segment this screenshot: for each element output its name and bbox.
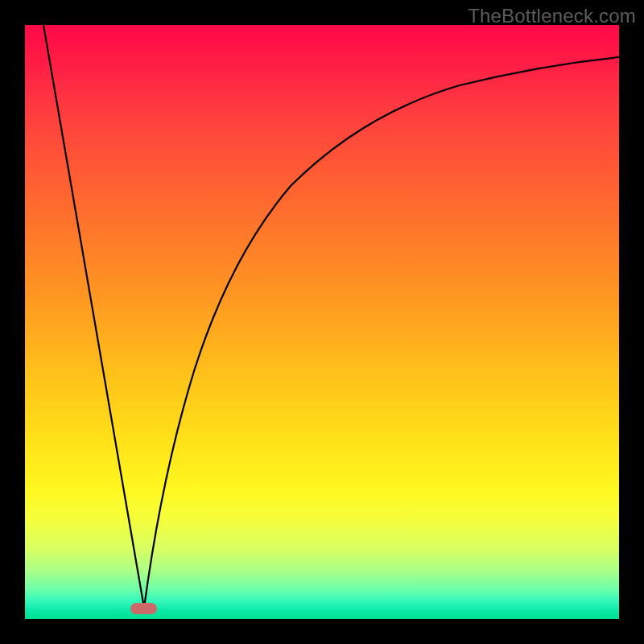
bottleneck-curve (25, 25, 619, 619)
optimal-marker (130, 603, 157, 614)
curve-right-branch (144, 57, 619, 608)
curve-left-branch (43, 25, 144, 608)
watermark-text: TheBottleneck.com (468, 5, 636, 27)
plot-area (25, 25, 619, 619)
chart-frame: TheBottleneck.com (0, 0, 644, 644)
